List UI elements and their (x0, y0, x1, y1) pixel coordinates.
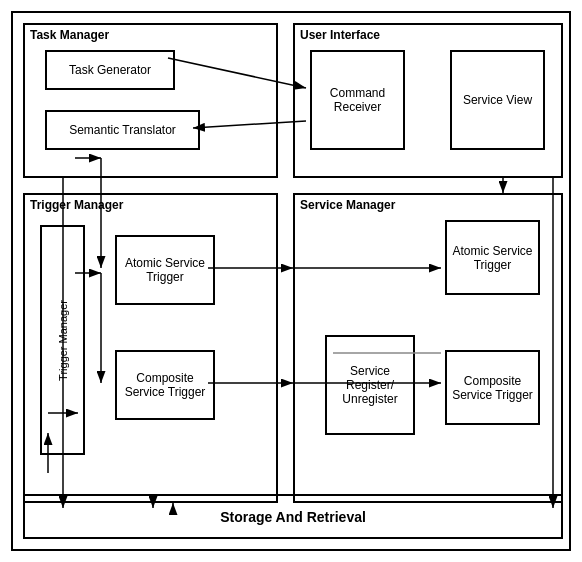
atomic-service-box: Atomic Service Trigger (445, 220, 540, 295)
service-manager-section: Service Manager Atomic Service Trigger C… (293, 193, 563, 503)
semantic-translator-box: Semantic Translator (45, 110, 200, 150)
service-manager-label: Service Manager (300, 198, 395, 212)
atomic-service-trigger-label: Atomic Service Trigger (117, 256, 213, 284)
service-register-box: Service Register/ Unregister (325, 335, 415, 435)
storage-bar: Storage And Retrieval (23, 494, 563, 539)
service-register-label: Service Register/ Unregister (327, 364, 413, 406)
user-interface-section: User Interface Command Receiver Service … (293, 23, 563, 178)
composite-service-box: Composite Service Trigger (445, 350, 540, 425)
trigger-manager-inner-label: Trigger Manager (57, 300, 69, 381)
storage-label: Storage And Retrieval (220, 509, 366, 525)
atomic-service-trigger-box: Atomic Service Trigger (115, 235, 215, 305)
trigger-manager-inner-box: Trigger Manager (40, 225, 85, 455)
task-manager-label: Task Manager (30, 28, 109, 42)
task-generator-label: Task Generator (69, 63, 151, 77)
task-manager-section: Task Manager Task Generator Semantic Tra… (23, 23, 278, 178)
service-view-label: Service View (463, 93, 532, 107)
architecture-diagram: Task Manager Task Generator Semantic Tra… (11, 11, 571, 551)
trigger-manager-section: Trigger Manager Trigger Manager Atomic S… (23, 193, 278, 503)
trigger-manager-label: Trigger Manager (30, 198, 123, 212)
command-receiver-box: Command Receiver (310, 50, 405, 150)
command-receiver-label: Command Receiver (312, 86, 403, 114)
semantic-translator-label: Semantic Translator (69, 123, 176, 137)
composite-service-label: Composite Service Trigger (447, 374, 538, 402)
composite-service-trigger-box: Composite Service Trigger (115, 350, 215, 420)
composite-service-trigger-label: Composite Service Trigger (117, 371, 213, 399)
user-interface-label: User Interface (300, 28, 380, 42)
atomic-service-label: Atomic Service Trigger (447, 244, 538, 272)
service-view-box: Service View (450, 50, 545, 150)
task-generator-box: Task Generator (45, 50, 175, 90)
